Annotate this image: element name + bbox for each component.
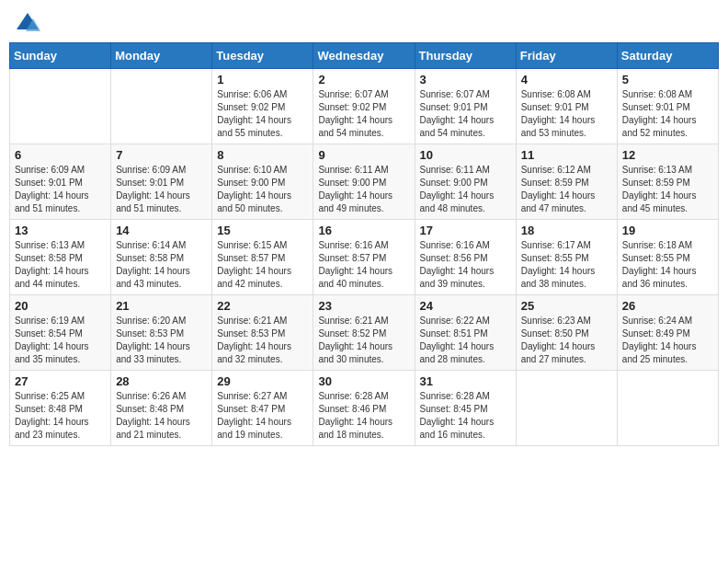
day-info: Sunrise: 6:23 AM Sunset: 8:50 PM Dayligh… bbox=[521, 315, 612, 366]
calendar-cell: 30Sunrise: 6:28 AM Sunset: 8:46 PM Dayli… bbox=[313, 371, 415, 446]
day-number: 15 bbox=[217, 224, 308, 237]
calendar-header-row: Sunday Monday Tuesday Wednesday Thursday… bbox=[10, 43, 719, 69]
day-info: Sunrise: 6:20 AM Sunset: 8:53 PM Dayligh… bbox=[116, 315, 207, 366]
col-monday: Monday bbox=[111, 43, 212, 69]
day-info: Sunrise: 6:27 AM Sunset: 8:47 PM Dayligh… bbox=[217, 390, 308, 442]
day-info: Sunrise: 6:08 AM Sunset: 9:01 PM Dayligh… bbox=[521, 88, 612, 140]
calendar-cell: 4Sunrise: 6:08 AM Sunset: 9:01 PM Daylig… bbox=[516, 69, 617, 144]
calendar-body: 1Sunrise: 6:06 AM Sunset: 9:02 PM Daylig… bbox=[10, 69, 719, 446]
day-number: 1 bbox=[217, 73, 308, 86]
calendar-cell: 1Sunrise: 6:06 AM Sunset: 9:02 PM Daylig… bbox=[212, 69, 313, 144]
calendar-week-3: 13Sunrise: 6:13 AM Sunset: 8:58 PM Dayli… bbox=[10, 220, 719, 295]
calendar-cell: 24Sunrise: 6:22 AM Sunset: 8:51 PM Dayli… bbox=[415, 295, 516, 371]
calendar-cell: 26Sunrise: 6:24 AM Sunset: 8:49 PM Dayli… bbox=[617, 295, 718, 371]
calendar-cell bbox=[516, 371, 617, 446]
calendar-cell: 14Sunrise: 6:14 AM Sunset: 8:58 PM Dayli… bbox=[111, 220, 212, 295]
calendar-cell: 3Sunrise: 6:07 AM Sunset: 9:01 PM Daylig… bbox=[415, 69, 516, 144]
calendar-cell: 2Sunrise: 6:07 AM Sunset: 9:02 PM Daylig… bbox=[313, 69, 415, 144]
calendar-cell bbox=[111, 69, 212, 144]
calendar-cell: 27Sunrise: 6:25 AM Sunset: 8:48 PM Dayli… bbox=[10, 371, 111, 446]
day-info: Sunrise: 6:06 AM Sunset: 9:02 PM Dayligh… bbox=[217, 88, 308, 140]
day-number: 14 bbox=[116, 224, 207, 237]
day-info: Sunrise: 6:13 AM Sunset: 8:58 PM Dayligh… bbox=[15, 239, 106, 291]
col-friday: Friday bbox=[516, 43, 617, 69]
calendar-cell: 20Sunrise: 6:19 AM Sunset: 8:54 PM Dayli… bbox=[10, 295, 111, 371]
day-info: Sunrise: 6:13 AM Sunset: 8:59 PM Dayligh… bbox=[622, 164, 713, 215]
day-info: Sunrise: 6:21 AM Sunset: 8:52 PM Dayligh… bbox=[318, 315, 409, 366]
calendar-cell bbox=[10, 69, 111, 144]
day-number: 25 bbox=[521, 299, 612, 313]
calendar-cell: 9Sunrise: 6:11 AM Sunset: 9:00 PM Daylig… bbox=[313, 144, 415, 220]
day-number: 13 bbox=[15, 224, 106, 237]
day-number: 16 bbox=[318, 224, 409, 237]
calendar-cell: 16Sunrise: 6:16 AM Sunset: 8:57 PM Dayli… bbox=[313, 220, 415, 295]
day-info: Sunrise: 6:15 AM Sunset: 8:57 PM Dayligh… bbox=[217, 239, 308, 291]
calendar-week-1: 1Sunrise: 6:06 AM Sunset: 9:02 PM Daylig… bbox=[10, 69, 719, 144]
day-info: Sunrise: 6:25 AM Sunset: 8:48 PM Dayligh… bbox=[15, 390, 106, 442]
calendar-cell: 18Sunrise: 6:17 AM Sunset: 8:55 PM Dayli… bbox=[516, 220, 617, 295]
day-number: 7 bbox=[116, 148, 207, 162]
day-number: 6 bbox=[15, 148, 106, 162]
calendar-cell: 29Sunrise: 6:27 AM Sunset: 8:47 PM Dayli… bbox=[212, 371, 313, 446]
day-number: 24 bbox=[420, 299, 511, 313]
calendar-week-2: 6Sunrise: 6:09 AM Sunset: 9:01 PM Daylig… bbox=[10, 144, 719, 220]
day-number: 23 bbox=[318, 299, 409, 313]
calendar-cell: 31Sunrise: 6:28 AM Sunset: 8:45 PM Dayli… bbox=[415, 371, 516, 446]
calendar-cell: 22Sunrise: 6:21 AM Sunset: 8:53 PM Dayli… bbox=[212, 295, 313, 371]
day-info: Sunrise: 6:14 AM Sunset: 8:58 PM Dayligh… bbox=[116, 239, 207, 291]
col-thursday: Thursday bbox=[415, 43, 516, 69]
calendar-cell: 6Sunrise: 6:09 AM Sunset: 9:01 PM Daylig… bbox=[10, 144, 111, 220]
day-info: Sunrise: 6:09 AM Sunset: 9:01 PM Dayligh… bbox=[116, 164, 207, 215]
calendar-cell: 10Sunrise: 6:11 AM Sunset: 9:00 PM Dayli… bbox=[415, 144, 516, 220]
day-number: 17 bbox=[420, 224, 511, 237]
day-info: Sunrise: 6:28 AM Sunset: 8:45 PM Dayligh… bbox=[420, 390, 511, 442]
day-info: Sunrise: 6:26 AM Sunset: 8:48 PM Dayligh… bbox=[116, 390, 207, 442]
calendar-cell: 7Sunrise: 6:09 AM Sunset: 9:01 PM Daylig… bbox=[111, 144, 212, 220]
calendar-cell: 23Sunrise: 6:21 AM Sunset: 8:52 PM Dayli… bbox=[313, 295, 415, 371]
day-number: 2 bbox=[318, 73, 409, 86]
day-number: 26 bbox=[622, 299, 713, 313]
day-number: 21 bbox=[116, 299, 207, 313]
day-number: 10 bbox=[420, 148, 511, 162]
day-number: 30 bbox=[318, 374, 409, 388]
calendar-table: Sunday Monday Tuesday Wednesday Thursday… bbox=[9, 42, 719, 446]
day-info: Sunrise: 6:07 AM Sunset: 9:02 PM Dayligh… bbox=[318, 88, 409, 140]
day-number: 22 bbox=[217, 299, 308, 313]
day-info: Sunrise: 6:19 AM Sunset: 8:54 PM Dayligh… bbox=[15, 315, 106, 366]
day-number: 31 bbox=[420, 374, 511, 388]
day-info: Sunrise: 6:21 AM Sunset: 8:53 PM Dayligh… bbox=[217, 315, 308, 366]
logo bbox=[13, 9, 40, 35]
page-header bbox=[9, 9, 719, 35]
day-info: Sunrise: 6:12 AM Sunset: 8:59 PM Dayligh… bbox=[521, 164, 612, 215]
calendar-cell: 17Sunrise: 6:16 AM Sunset: 8:56 PM Dayli… bbox=[415, 220, 516, 295]
calendar-cell: 5Sunrise: 6:08 AM Sunset: 9:01 PM Daylig… bbox=[617, 69, 718, 144]
calendar-week-5: 27Sunrise: 6:25 AM Sunset: 8:48 PM Dayli… bbox=[10, 371, 719, 446]
day-info: Sunrise: 6:18 AM Sunset: 8:55 PM Dayligh… bbox=[622, 239, 713, 291]
calendar-cell: 13Sunrise: 6:13 AM Sunset: 8:58 PM Dayli… bbox=[10, 220, 111, 295]
col-sunday: Sunday bbox=[10, 43, 111, 69]
day-info: Sunrise: 6:16 AM Sunset: 8:57 PM Dayligh… bbox=[318, 239, 409, 291]
calendar-cell: 11Sunrise: 6:12 AM Sunset: 8:59 PM Dayli… bbox=[516, 144, 617, 220]
day-info: Sunrise: 6:16 AM Sunset: 8:56 PM Dayligh… bbox=[420, 239, 511, 291]
day-number: 19 bbox=[622, 224, 713, 237]
day-number: 28 bbox=[116, 374, 207, 388]
day-info: Sunrise: 6:17 AM Sunset: 8:55 PM Dayligh… bbox=[521, 239, 612, 291]
day-number: 27 bbox=[15, 374, 106, 388]
calendar-week-4: 20Sunrise: 6:19 AM Sunset: 8:54 PM Dayli… bbox=[10, 295, 719, 371]
logo-icon bbox=[15, 9, 40, 35]
calendar-cell: 19Sunrise: 6:18 AM Sunset: 8:55 PM Dayli… bbox=[617, 220, 718, 295]
calendar-cell: 25Sunrise: 6:23 AM Sunset: 8:50 PM Dayli… bbox=[516, 295, 617, 371]
day-number: 12 bbox=[622, 148, 713, 162]
col-saturday: Saturday bbox=[617, 43, 718, 69]
calendar-cell: 15Sunrise: 6:15 AM Sunset: 8:57 PM Dayli… bbox=[212, 220, 313, 295]
day-info: Sunrise: 6:11 AM Sunset: 9:00 PM Dayligh… bbox=[420, 164, 511, 215]
col-wednesday: Wednesday bbox=[313, 43, 415, 69]
day-info: Sunrise: 6:10 AM Sunset: 9:00 PM Dayligh… bbox=[217, 164, 308, 215]
day-info: Sunrise: 6:08 AM Sunset: 9:01 PM Dayligh… bbox=[622, 88, 713, 140]
day-number: 8 bbox=[217, 148, 308, 162]
day-info: Sunrise: 6:24 AM Sunset: 8:49 PM Dayligh… bbox=[622, 315, 713, 366]
calendar-cell: 8Sunrise: 6:10 AM Sunset: 9:00 PM Daylig… bbox=[212, 144, 313, 220]
day-info: Sunrise: 6:28 AM Sunset: 8:46 PM Dayligh… bbox=[318, 390, 409, 442]
day-number: 11 bbox=[521, 148, 612, 162]
day-number: 18 bbox=[521, 224, 612, 237]
